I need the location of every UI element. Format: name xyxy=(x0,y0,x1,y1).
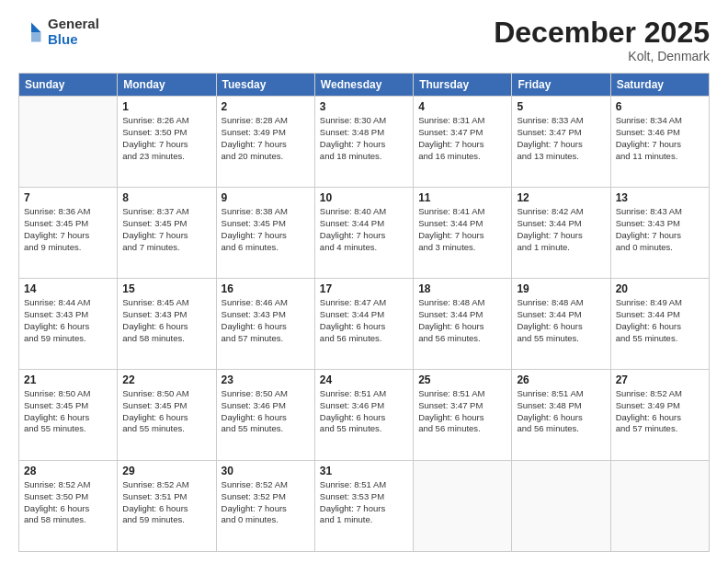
table-row: 10Sunrise: 8:40 AMSunset: 3:44 PMDayligh… xyxy=(314,188,413,279)
col-wednesday: Wednesday xyxy=(314,74,413,97)
table-row: 30Sunrise: 8:52 AMSunset: 3:52 PMDayligh… xyxy=(216,461,314,552)
day-info: Sunrise: 8:51 AMSunset: 3:46 PMDaylight:… xyxy=(320,388,408,435)
col-monday: Monday xyxy=(118,74,216,97)
day-info: Sunrise: 8:52 AMSunset: 3:50 PMDaylight:… xyxy=(24,479,112,526)
day-info: Sunrise: 8:44 AMSunset: 3:43 PMDaylight:… xyxy=(24,297,112,344)
svg-marker-0 xyxy=(31,22,41,32)
day-info: Sunrise: 8:48 AMSunset: 3:44 PMDaylight:… xyxy=(418,297,506,344)
col-saturday: Saturday xyxy=(610,74,709,97)
table-row: 4Sunrise: 8:31 AMSunset: 3:47 PMDaylight… xyxy=(414,97,512,188)
calendar-week-row: 21Sunrise: 8:50 AMSunset: 3:45 PMDayligh… xyxy=(19,370,710,461)
calendar-week-row: 7Sunrise: 8:36 AMSunset: 3:45 PMDaylight… xyxy=(19,188,710,279)
day-number: 28 xyxy=(24,465,112,477)
day-info: Sunrise: 8:52 AMSunset: 3:51 PMDaylight:… xyxy=(122,479,210,526)
table-row: 12Sunrise: 8:42 AMSunset: 3:44 PMDayligh… xyxy=(512,188,610,279)
table-row: 15Sunrise: 8:45 AMSunset: 3:43 PMDayligh… xyxy=(118,279,216,370)
table-row: 11Sunrise: 8:41 AMSunset: 3:44 PMDayligh… xyxy=(414,188,512,279)
table-row: 23Sunrise: 8:50 AMSunset: 3:46 PMDayligh… xyxy=(216,370,314,461)
day-info: Sunrise: 8:51 AMSunset: 3:53 PMDaylight:… xyxy=(320,479,408,526)
day-info: Sunrise: 8:41 AMSunset: 3:44 PMDaylight:… xyxy=(418,206,506,253)
table-row: 9Sunrise: 8:38 AMSunset: 3:45 PMDaylight… xyxy=(216,188,314,279)
day-info: Sunrise: 8:47 AMSunset: 3:44 PMDaylight:… xyxy=(320,297,408,344)
day-info: Sunrise: 8:40 AMSunset: 3:44 PMDaylight:… xyxy=(320,206,408,253)
month-title: December 2025 xyxy=(494,17,710,49)
day-info: Sunrise: 8:52 AMSunset: 3:52 PMDaylight:… xyxy=(222,479,310,526)
day-number: 21 xyxy=(24,373,112,386)
table-row: 24Sunrise: 8:51 AMSunset: 3:46 PMDayligh… xyxy=(314,370,413,461)
day-info: Sunrise: 8:52 AMSunset: 3:49 PMDaylight:… xyxy=(616,388,704,435)
location-subtitle: Kolt, Denmark xyxy=(494,49,710,63)
day-number: 14 xyxy=(24,282,112,295)
col-friday: Friday xyxy=(512,74,610,97)
logo: General Blue xyxy=(18,17,99,47)
day-info: Sunrise: 8:38 AMSunset: 3:45 PMDaylight:… xyxy=(222,206,310,253)
logo-blue: Blue xyxy=(48,32,99,48)
day-info: Sunrise: 8:43 AMSunset: 3:43 PMDaylight:… xyxy=(616,206,704,253)
day-info: Sunrise: 8:31 AMSunset: 3:47 PMDaylight:… xyxy=(418,115,506,162)
table-row: 18Sunrise: 8:48 AMSunset: 3:44 PMDayligh… xyxy=(414,279,512,370)
day-number: 15 xyxy=(122,282,210,295)
day-number: 22 xyxy=(122,373,210,386)
day-number: 20 xyxy=(616,282,704,295)
table-row: 25Sunrise: 8:51 AMSunset: 3:47 PMDayligh… xyxy=(414,370,512,461)
day-number: 23 xyxy=(222,373,310,386)
day-number: 26 xyxy=(517,373,605,386)
calendar-week-row: 1Sunrise: 8:26 AMSunset: 3:50 PMDaylight… xyxy=(19,97,710,188)
page: General Blue December 2025 Kolt, Denmark… xyxy=(0,0,728,563)
day-info: Sunrise: 8:46 AMSunset: 3:43 PMDaylight:… xyxy=(222,297,310,344)
day-number: 17 xyxy=(320,282,408,295)
table-row: 16Sunrise: 8:46 AMSunset: 3:43 PMDayligh… xyxy=(216,279,314,370)
day-number: 1 xyxy=(122,100,210,113)
calendar-week-row: 28Sunrise: 8:52 AMSunset: 3:50 PMDayligh… xyxy=(19,461,710,552)
table-row: 22Sunrise: 8:50 AMSunset: 3:45 PMDayligh… xyxy=(118,370,216,461)
calendar-table: Sunday Monday Tuesday Wednesday Thursday… xyxy=(18,73,710,552)
day-number: 8 xyxy=(122,191,210,204)
day-info: Sunrise: 8:50 AMSunset: 3:46 PMDaylight:… xyxy=(222,388,310,435)
logo-text: General Blue xyxy=(48,17,99,47)
table-row: 14Sunrise: 8:44 AMSunset: 3:43 PMDayligh… xyxy=(19,279,118,370)
calendar-week-row: 14Sunrise: 8:44 AMSunset: 3:43 PMDayligh… xyxy=(19,279,710,370)
day-info: Sunrise: 8:26 AMSunset: 3:50 PMDaylight:… xyxy=(122,115,210,162)
table-row: 31Sunrise: 8:51 AMSunset: 3:53 PMDayligh… xyxy=(314,461,413,552)
calendar-header-row: Sunday Monday Tuesday Wednesday Thursday… xyxy=(19,74,710,97)
day-info: Sunrise: 8:42 AMSunset: 3:44 PMDaylight:… xyxy=(517,206,605,253)
table-row xyxy=(19,97,118,188)
day-info: Sunrise: 8:50 AMSunset: 3:45 PMDaylight:… xyxy=(122,388,210,435)
table-row: 27Sunrise: 8:52 AMSunset: 3:49 PMDayligh… xyxy=(610,370,709,461)
day-info: Sunrise: 8:51 AMSunset: 3:47 PMDaylight:… xyxy=(418,388,506,435)
day-number: 30 xyxy=(222,465,310,477)
day-number: 9 xyxy=(222,191,310,204)
table-row: 28Sunrise: 8:52 AMSunset: 3:50 PMDayligh… xyxy=(19,461,118,552)
day-info: Sunrise: 8:37 AMSunset: 3:45 PMDaylight:… xyxy=(122,206,210,253)
day-info: Sunrise: 8:30 AMSunset: 3:48 PMDaylight:… xyxy=(320,115,408,162)
day-number: 16 xyxy=(222,282,310,295)
day-number: 19 xyxy=(517,282,605,295)
svg-marker-1 xyxy=(31,32,41,42)
day-number: 6 xyxy=(616,100,704,113)
table-row: 17Sunrise: 8:47 AMSunset: 3:44 PMDayligh… xyxy=(314,279,413,370)
day-number: 25 xyxy=(418,373,506,386)
table-row xyxy=(414,461,512,552)
day-number: 7 xyxy=(24,191,112,204)
logo-general: General xyxy=(48,17,99,32)
day-number: 10 xyxy=(320,191,408,204)
day-number: 12 xyxy=(517,191,605,204)
day-info: Sunrise: 8:50 AMSunset: 3:45 PMDaylight:… xyxy=(24,388,112,435)
day-number: 4 xyxy=(418,100,506,113)
col-sunday: Sunday xyxy=(19,74,118,97)
table-row: 26Sunrise: 8:51 AMSunset: 3:48 PMDayligh… xyxy=(512,370,610,461)
day-number: 13 xyxy=(616,191,704,204)
table-row: 13Sunrise: 8:43 AMSunset: 3:43 PMDayligh… xyxy=(610,188,709,279)
col-thursday: Thursday xyxy=(414,74,512,97)
table-row: 5Sunrise: 8:33 AMSunset: 3:47 PMDaylight… xyxy=(512,97,610,188)
day-info: Sunrise: 8:45 AMSunset: 3:43 PMDaylight:… xyxy=(122,297,210,344)
day-number: 18 xyxy=(418,282,506,295)
day-number: 11 xyxy=(418,191,506,204)
table-row: 3Sunrise: 8:30 AMSunset: 3:48 PMDaylight… xyxy=(314,97,413,188)
table-row: 2Sunrise: 8:28 AMSunset: 3:49 PMDaylight… xyxy=(216,97,314,188)
logo-icon xyxy=(18,19,44,45)
table-row: 29Sunrise: 8:52 AMSunset: 3:51 PMDayligh… xyxy=(118,461,216,552)
table-row: 6Sunrise: 8:34 AMSunset: 3:46 PMDaylight… xyxy=(610,97,709,188)
table-row: 19Sunrise: 8:48 AMSunset: 3:44 PMDayligh… xyxy=(512,279,610,370)
day-info: Sunrise: 8:28 AMSunset: 3:49 PMDaylight:… xyxy=(222,115,310,162)
